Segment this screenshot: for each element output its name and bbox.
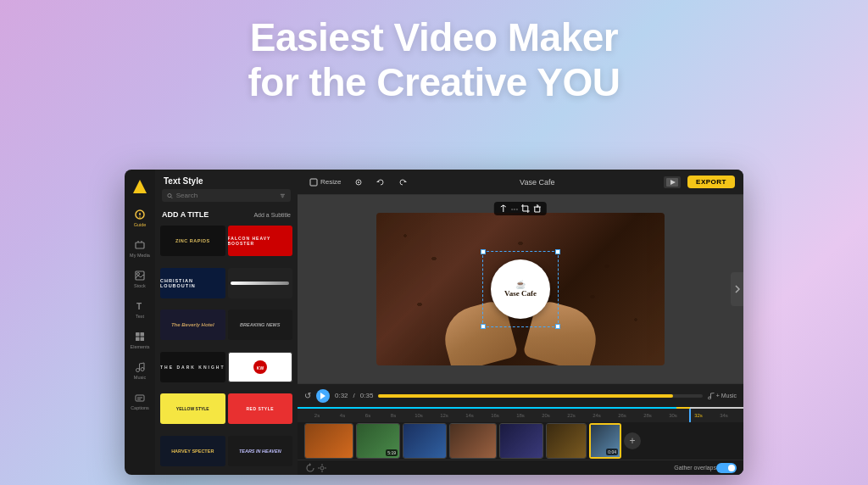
mark-2s: 2s <box>304 413 330 418</box>
total-time: 0:35 <box>360 392 374 399</box>
flip-button[interactable] <box>499 204 508 213</box>
sidebar-item-elements[interactable]: Elements <box>125 327 155 353</box>
mark-10s: 10s <box>406 413 431 418</box>
svg-marker-36 <box>320 393 326 399</box>
sidebar-item-mymedia[interactable]: My Media <box>125 236 155 261</box>
music-note-icon <box>708 393 715 399</box>
hero-section: Easiest Video Maker for the Creative YOU <box>137 15 731 105</box>
panel-title: Text Style <box>155 170 298 189</box>
preview-icon <box>666 178 678 187</box>
style-card-6[interactable]: BREAKING NEWS <box>228 309 293 340</box>
svg-point-41 <box>320 466 324 470</box>
style-card-2[interactable]: FALCON HEAVY BOOSTER <box>228 226 293 256</box>
delete-button[interactable] <box>533 204 542 213</box>
float-toolbar: ••• <box>494 202 547 215</box>
mymedia-icon <box>134 239 146 251</box>
text-icon: T <box>134 300 146 312</box>
timeline-settings-button[interactable] <box>316 462 328 474</box>
gather-overlaps-label: Gather overlaps <box>674 465 716 471</box>
mark-14s: 14s <box>457 413 482 418</box>
add-title-bar: ADD A TITLE Add a Subtitle <box>155 207 298 222</box>
svg-line-39 <box>710 393 714 393</box>
track-3[interactable] <box>403 423 447 459</box>
sidebar-item-guide[interactable]: Guide <box>125 205 155 231</box>
style-card-7[interactable]: THE DARK KNIGHT <box>160 352 225 382</box>
timeline-refresh-button[interactable] <box>304 462 316 474</box>
project-title: Vase Cafe <box>417 178 657 187</box>
undo-button[interactable] <box>373 176 388 188</box>
sidebar-item-captions[interactable]: Captions <box>125 388 155 414</box>
sidebar-item-music[interactable]: Music <box>125 358 155 383</box>
export-button[interactable]: EXPORT <box>687 176 735 188</box>
mark-34s: 34s <box>711 413 737 418</box>
redo-icon <box>398 178 407 187</box>
editor-main: Resize Vase Cafe EXPORT <box>298 170 743 475</box>
timeline-ruler: 2s 4s 6s 8s 10s 12s 14s 16s 18s 20s 22s … <box>298 409 743 422</box>
svg-rect-11 <box>141 332 145 337</box>
style-card-9[interactable]: YELLOW STYLE <box>160 393 225 424</box>
style-grid: ZINC RAPIDS FALCON HEAVY BOOSTER CHRISTI… <box>155 226 298 475</box>
timeline-playhead <box>689 409 691 422</box>
mark-22s: 22s <box>559 413 584 418</box>
hero-title-line1: Easiest Video Maker <box>137 15 731 60</box>
resize-button[interactable]: Resize <box>306 176 344 188</box>
right-panel-toggle[interactable] <box>731 272 743 306</box>
timeline-marks: 2s 4s 6s 8s 10s 12s 14s 16s 18s 20s 22s … <box>304 413 737 418</box>
toggle-knob <box>728 465 735 471</box>
add-track-button[interactable]: + <box>624 432 641 449</box>
svg-point-14 <box>136 369 140 372</box>
time-separator: / <box>353 392 355 399</box>
track-1[interactable] <box>304 423 353 459</box>
style-card-10[interactable]: RED STYLE <box>228 393 293 424</box>
style-card-3[interactable]: CHRISTIAN LOUBOUTIN <box>160 268 225 298</box>
music-icon <box>134 361 146 373</box>
music-button[interactable]: + Music <box>708 393 737 399</box>
svg-point-15 <box>141 368 144 371</box>
logo-circle: ☕ Vase Cafe <box>491 259 550 319</box>
track-4[interactable] <box>449 423 497 459</box>
hero-title-line2: for the Creative YOU <box>137 60 731 105</box>
mark-12s: 12s <box>431 413 457 418</box>
sidebar: Guide My Media Stock T Text Elements <box>125 170 155 475</box>
play-button[interactable] <box>316 389 330 403</box>
svg-marker-40 <box>309 463 311 466</box>
style-card-11[interactable]: HARVEY SPECTER <box>160 436 225 466</box>
timeline-area: 2s 4s 6s 8s 10s 12s 14s 16s 18s 20s 22s … <box>298 407 743 475</box>
settings-button[interactable] <box>351 176 366 188</box>
crop-button[interactable] <box>521 204 530 213</box>
refresh-button[interactable]: ↺ <box>304 391 311 400</box>
style-card-1[interactable]: ZINC RAPIDS <box>160 226 225 256</box>
search-input[interactable] <box>176 192 276 199</box>
sidebar-item-stock[interactable]: Stock <box>125 266 155 292</box>
svg-marker-33 <box>403 181 407 182</box>
resize-icon <box>309 178 318 187</box>
style-card-4[interactable] <box>228 268 293 298</box>
chevron-right-icon <box>735 285 740 293</box>
style-card-5[interactable]: The Beverly Hotel <box>160 309 225 340</box>
trash-icon <box>533 204 542 213</box>
style-card-8[interactable]: KW <box>228 352 293 382</box>
svg-line-23 <box>171 197 173 198</box>
timeline-tracks: 5:19 0:04 + <box>298 422 743 460</box>
video-preview: ☕ Vase Cafe <box>376 213 665 365</box>
logo-text: Vase Cafe <box>504 289 537 298</box>
track-5[interactable] <box>499 423 543 459</box>
progress-bar[interactable] <box>378 394 702 398</box>
sidebar-item-text[interactable]: T Text <box>125 297 155 322</box>
track-6[interactable] <box>546 423 587 459</box>
mark-6s: 6s <box>355 413 381 418</box>
style-card-12[interactable]: TEARS IN HEAVEN <box>228 436 293 466</box>
gather-overlaps-toggle[interactable] <box>716 463 737 473</box>
svg-text:T: T <box>136 302 142 311</box>
search-bar[interactable] <box>162 189 291 202</box>
svg-rect-10 <box>136 332 140 337</box>
svg-marker-32 <box>376 181 380 182</box>
track-7[interactable]: 0:04 <box>589 423 621 459</box>
refresh-icon <box>305 463 315 473</box>
track-2[interactable]: 5:19 <box>356 423 400 459</box>
elements-icon <box>134 331 146 343</box>
preview-button[interactable] <box>664 176 681 188</box>
guide-icon <box>134 209 146 220</box>
captions-icon <box>134 392 146 404</box>
redo-button[interactable] <box>395 176 410 188</box>
